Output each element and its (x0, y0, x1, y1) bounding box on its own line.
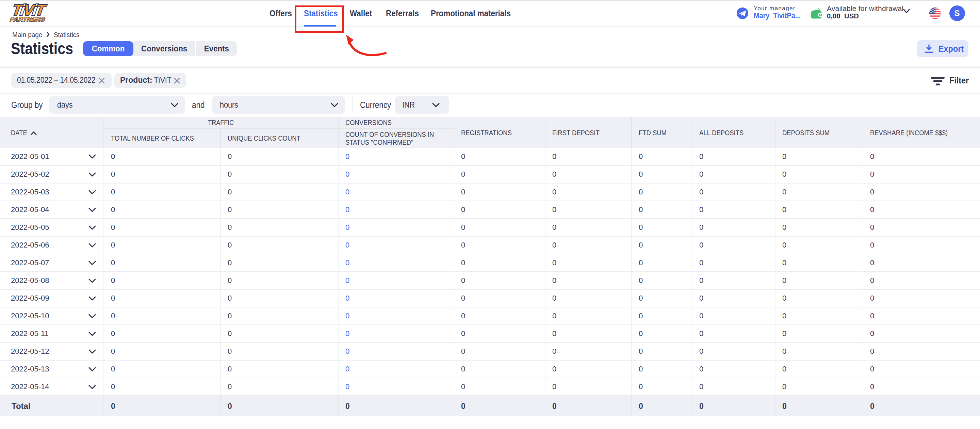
svg-text:TiViT: TiViT (11, 2, 47, 18)
svg-text:PARTNERS: PARTNERS (10, 16, 46, 23)
